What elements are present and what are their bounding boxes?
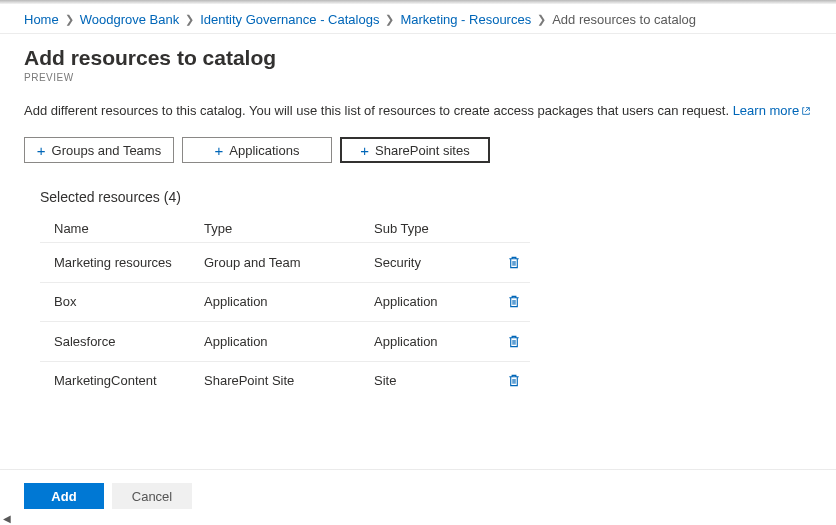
- trash-icon: [507, 334, 521, 349]
- cell-subtype: Site: [374, 373, 504, 388]
- breadcrumb: Home ❯ Woodgrove Bank ❯ Identity Governa…: [0, 4, 836, 34]
- breadcrumb-link-catalogs[interactable]: Identity Governance - Catalogs: [200, 12, 379, 27]
- table-row: Salesforce Application Application: [40, 322, 530, 362]
- selected-resources-heading: Selected resources (4): [40, 189, 796, 205]
- breadcrumb-link-tenant[interactable]: Woodgrove Bank: [80, 12, 180, 27]
- trash-icon: [507, 373, 521, 388]
- breadcrumb-current: Add resources to catalog: [552, 12, 696, 27]
- table-row: MarketingContent SharePoint Site Site: [40, 362, 530, 401]
- footer-actions: Add Cancel: [0, 483, 836, 509]
- chevron-right-icon: ❯: [185, 13, 194, 26]
- cell-type: Group and Team: [204, 255, 374, 270]
- preview-badge: PREVIEW: [24, 72, 812, 83]
- external-link-icon: [801, 104, 811, 119]
- cell-type: Application: [204, 334, 374, 349]
- column-subtype: Sub Type: [374, 221, 504, 236]
- plus-icon: +: [215, 143, 224, 158]
- add-groups-teams-button[interactable]: + Groups and Teams: [24, 137, 174, 163]
- button-label: Groups and Teams: [52, 143, 162, 158]
- scroll-left-arrow-icon[interactable]: ◀: [2, 513, 12, 523]
- chevron-right-icon: ❯: [385, 13, 394, 26]
- cell-subtype: Security: [374, 255, 504, 270]
- breadcrumb-link-home[interactable]: Home: [24, 12, 59, 27]
- delete-row-button[interactable]: [504, 292, 524, 312]
- resource-type-buttons: + Groups and Teams + Applications + Shar…: [0, 125, 836, 171]
- chevron-right-icon: ❯: [65, 13, 74, 26]
- cell-name: Salesforce: [54, 334, 204, 349]
- cell-subtype: Application: [374, 334, 504, 349]
- cell-type: SharePoint Site: [204, 373, 374, 388]
- plus-icon: +: [360, 143, 369, 158]
- description-text: Add different resources to this catalog.…: [24, 103, 733, 118]
- page-title: Add resources to catalog: [24, 46, 812, 70]
- trash-icon: [507, 294, 521, 309]
- page-header: Add resources to catalog PREVIEW: [0, 34, 836, 87]
- column-name: Name: [54, 221, 204, 236]
- column-type: Type: [204, 221, 374, 236]
- add-button[interactable]: Add: [24, 483, 104, 509]
- page-description: Add different resources to this catalog.…: [0, 87, 836, 125]
- breadcrumb-link-resources[interactable]: Marketing - Resources: [400, 12, 531, 27]
- add-sharepoint-sites-button[interactable]: + SharePoint sites: [340, 137, 490, 163]
- footer-divider: [0, 469, 836, 470]
- cancel-button[interactable]: Cancel: [112, 483, 192, 509]
- cell-type: Application: [204, 294, 374, 309]
- learn-more-link[interactable]: Learn more: [733, 103, 811, 118]
- trash-icon: [507, 255, 521, 270]
- cell-subtype: Application: [374, 294, 504, 309]
- cell-name: Box: [54, 294, 204, 309]
- delete-row-button[interactable]: [504, 371, 524, 391]
- delete-row-button[interactable]: [504, 252, 524, 272]
- table-header: Name Type Sub Type: [40, 215, 530, 243]
- selected-resources-table: Name Type Sub Type Marketing resources G…: [40, 215, 530, 400]
- selected-resources-section: Selected resources (4) Name Type Sub Typ…: [0, 171, 836, 408]
- chevron-right-icon: ❯: [537, 13, 546, 26]
- table-row: Box Application Application: [40, 283, 530, 323]
- table-row: Marketing resources Group and Team Secur…: [40, 243, 530, 283]
- button-label: SharePoint sites: [375, 143, 470, 158]
- plus-icon: +: [37, 143, 46, 158]
- cell-name: Marketing resources: [54, 255, 204, 270]
- delete-row-button[interactable]: [504, 331, 524, 351]
- cell-name: MarketingContent: [54, 373, 204, 388]
- button-label: Applications: [229, 143, 299, 158]
- add-applications-button[interactable]: + Applications: [182, 137, 332, 163]
